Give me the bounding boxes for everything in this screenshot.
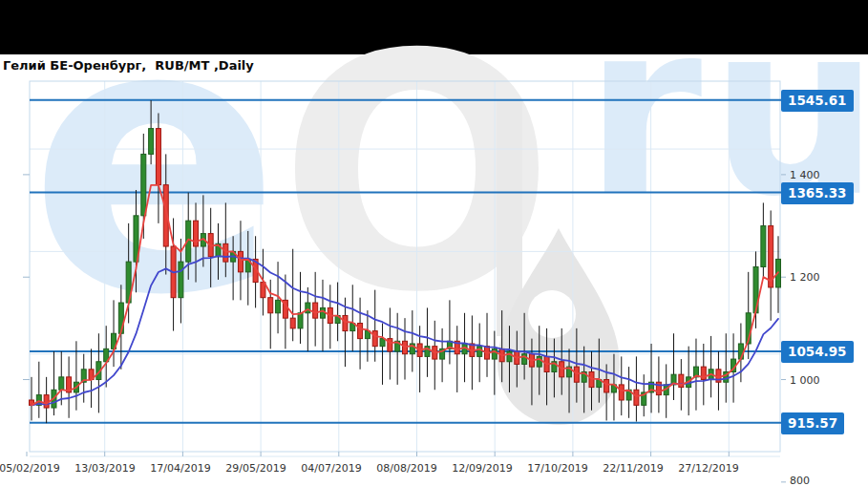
candle-body (223, 243, 228, 262)
y-tick-label: 1 400 (790, 169, 820, 181)
candle-body (290, 318, 295, 328)
candle-body (156, 129, 160, 185)
candle-body (619, 385, 624, 400)
candle-body (276, 300, 281, 312)
x-tick-label: 05/02/2019 (0, 462, 60, 475)
candle-body (149, 129, 154, 155)
plot-border (30, 81, 780, 452)
chart-title: Гелий БЕ-Оренбург, RUB/MT ,Daily (3, 58, 254, 73)
candle-body (761, 226, 766, 267)
y-tick-label: 1 000 (790, 374, 820, 387)
candle-body (604, 380, 609, 392)
candle-body (477, 347, 482, 357)
x-tick-label: 17/04/2019 (150, 462, 210, 475)
y-tick-label: 800 (790, 475, 810, 486)
candle-body (238, 251, 243, 271)
candle-body (268, 298, 273, 313)
level-badge-1: 1365.33 (781, 182, 854, 204)
candle-body (507, 351, 512, 362)
candle-body (358, 324, 363, 339)
candle-body (492, 349, 497, 359)
x-tick-label: 13/03/2019 (74, 462, 135, 475)
candle-body (141, 154, 146, 215)
candle-body (44, 395, 49, 408)
candle-body (380, 339, 385, 347)
x-tick-label: 04/07/2019 (301, 462, 361, 475)
x-tick-label: 17/10/2019 (527, 462, 587, 475)
x-tick-label: 08/08/2019 (376, 462, 436, 475)
y-tick-label: 1 200 (790, 271, 820, 284)
x-tick-label: 12/09/2019 (452, 462, 512, 475)
candle-body (59, 377, 64, 390)
level-badge-2: 1054.95 (781, 341, 854, 363)
candle-body (306, 303, 310, 313)
price-chart-canvas[interactable]: 1 4001 2001 00080005/02/201913/03/201917… (0, 0, 868, 486)
level-badge-0: 1545.61 (781, 90, 854, 112)
level-badge-3: 915.57 (781, 412, 844, 434)
candle-body (388, 339, 392, 351)
x-tick-label: 22/11/2019 (603, 462, 663, 475)
x-tick-label: 29/05/2019 (225, 462, 286, 475)
candle-body (634, 390, 639, 405)
x-tick-label: 27/12/2019 (678, 462, 738, 475)
candle-body (372, 331, 377, 347)
candle-body (298, 313, 303, 328)
candle-body (343, 315, 348, 330)
candle-body (179, 262, 183, 298)
candle-body (313, 303, 318, 318)
